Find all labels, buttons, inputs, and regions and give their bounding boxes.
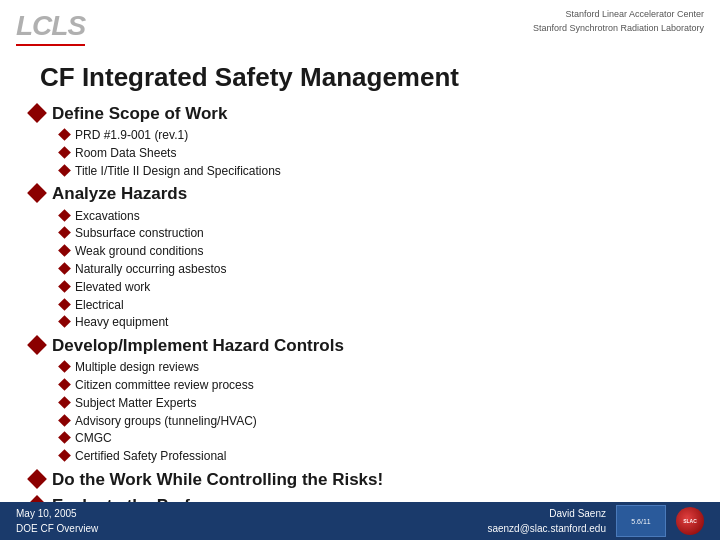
sub-item-label: Elevated work xyxy=(75,279,150,296)
sub-item-label: PRD #1.9-001 (rev.1) xyxy=(75,127,188,144)
sub-item-label: CMGC xyxy=(75,430,112,447)
sub-item: Certified Safety Professional xyxy=(60,448,690,465)
section-3-subitems: Multiple design reviews Citizen committe… xyxy=(60,359,690,465)
diamond-icon-small xyxy=(58,280,71,293)
diamond-icon-small xyxy=(58,244,71,257)
slide: LCLS Stanford Linear Accelerator Center … xyxy=(0,0,720,540)
sub-item-label: Electrical xyxy=(75,297,124,314)
diamond-icon-small xyxy=(58,128,71,141)
sub-item: Citizen committee review process xyxy=(60,377,690,394)
section-1-subitems: PRD #1.9-001 (rev.1) Room Data Sheets Ti… xyxy=(60,127,690,179)
header: LCLS Stanford Linear Accelerator Center … xyxy=(0,0,720,60)
sub-item: Excavations xyxy=(60,208,690,225)
logo-left: LCLS xyxy=(16,8,106,48)
section-2-label: Analyze Hazards xyxy=(52,183,187,205)
diamond-icon-1 xyxy=(27,103,47,123)
sub-item: Subject Matter Experts xyxy=(60,395,690,412)
slide-content: CF Integrated Safety Management Define S… xyxy=(0,60,720,540)
sub-item: CMGC xyxy=(60,430,690,447)
diamond-icon-3 xyxy=(27,335,47,355)
footer-left: May 10, 2005 DOE CF Overview xyxy=(16,506,98,536)
sub-item-label: Room Data Sheets xyxy=(75,145,176,162)
sub-item-label: Excavations xyxy=(75,208,140,225)
diamond-icon-small xyxy=(58,432,71,445)
sub-item: Advisory groups (tunneling/HVAC) xyxy=(60,413,690,430)
sub-item: Naturally occurring asbestos xyxy=(60,261,690,278)
main-bullet-2: Analyze Hazards xyxy=(30,183,690,205)
diamond-icon-small xyxy=(58,360,71,373)
section-4: Do the Work While Controlling the Risks! xyxy=(30,469,690,491)
sub-item: Room Data Sheets xyxy=(60,145,690,162)
sub-item-label: Advisory groups (tunneling/HVAC) xyxy=(75,413,257,430)
sub-item: Title I/Title II Design and Specificatio… xyxy=(60,163,690,180)
section-1: Define Scope of Work PRD #1.9-001 (rev.1… xyxy=(30,103,690,179)
slac-circle-text: SLAC xyxy=(683,518,697,524)
lcls-logo: LCLS xyxy=(16,10,85,46)
footer-author-info: David Saenz saenzd@slac.stanford.edu xyxy=(487,506,606,536)
footer-date: May 10, 2005 xyxy=(16,506,98,521)
sub-item-label: Subsurface construction xyxy=(75,225,204,242)
diamond-icon-small xyxy=(58,209,71,222)
sub-item: Elevated work xyxy=(60,279,690,296)
diamond-icon-small xyxy=(58,315,71,328)
sub-item-label: Citizen committee review process xyxy=(75,377,254,394)
section-2-subitems: Excavations Subsurface construction Weak… xyxy=(60,208,690,332)
footer-page: 5.6/11 xyxy=(631,518,650,525)
diamond-icon-2 xyxy=(27,184,47,204)
footer-right: David Saenz saenzd@slac.stanford.edu 5.6… xyxy=(487,505,704,537)
main-bullet-3: Develop/Implement Hazard Controls xyxy=(30,335,690,357)
org-line2: Stanford Synchrotron Radiation Laborator… xyxy=(533,22,704,36)
sub-item: Subsurface construction xyxy=(60,225,690,242)
diamond-icon-4 xyxy=(27,469,47,489)
diamond-icon-small xyxy=(58,449,71,462)
section-1-label: Define Scope of Work xyxy=(52,103,227,125)
sub-item-label: Subject Matter Experts xyxy=(75,395,196,412)
section-3-label: Develop/Implement Hazard Controls xyxy=(52,335,344,357)
sub-item-label: Naturally occurring asbestos xyxy=(75,261,226,278)
diamond-icon-small xyxy=(58,396,71,409)
sub-item-label: Multiple design reviews xyxy=(75,359,199,376)
diamond-icon-small xyxy=(58,378,71,391)
sub-item: Weak ground conditions xyxy=(60,243,690,260)
sub-item: Electrical xyxy=(60,297,690,314)
diamond-icon-small xyxy=(58,164,71,177)
sub-item-label: Title I/Title II Design and Specificatio… xyxy=(75,163,281,180)
section-3: Develop/Implement Hazard Controls Multip… xyxy=(30,335,690,465)
diamond-icon-small xyxy=(58,146,71,159)
sub-item-label: Certified Safety Professional xyxy=(75,448,226,465)
org-line1: Stanford Linear Accelerator Center xyxy=(533,8,704,22)
diamond-icon-small xyxy=(58,227,71,240)
footer: May 10, 2005 DOE CF Overview David Saenz… xyxy=(0,502,720,540)
main-bullet-1: Define Scope of Work xyxy=(30,103,690,125)
sub-item: PRD #1.9-001 (rev.1) xyxy=(60,127,690,144)
diamond-icon-small xyxy=(58,262,71,275)
slac-logo: SLAC xyxy=(676,507,704,535)
footer-email-addr: saenzd@slac.stanford.edu xyxy=(487,521,606,536)
main-bullet-4: Do the Work While Controlling the Risks! xyxy=(30,469,690,491)
slide-title: CF Integrated Safety Management xyxy=(40,62,690,93)
sub-item-label: Weak ground conditions xyxy=(75,243,204,260)
sub-item: Multiple design reviews xyxy=(60,359,690,376)
footer-event: DOE CF Overview xyxy=(16,521,98,536)
diamond-icon-small xyxy=(58,414,71,427)
sub-item-label: Heavy equipment xyxy=(75,314,168,331)
footer-logo-box: 5.6/11 xyxy=(616,505,666,537)
section-4-label: Do the Work While Controlling the Risks! xyxy=(52,469,383,491)
footer-author: David Saenz xyxy=(487,506,606,521)
logo-right: Stanford Linear Accelerator Center Stanf… xyxy=(533,8,704,35)
section-2: Analyze Hazards Excavations Subsurface c… xyxy=(30,183,690,331)
diamond-icon-small xyxy=(58,298,71,311)
sub-item: Heavy equipment xyxy=(60,314,690,331)
